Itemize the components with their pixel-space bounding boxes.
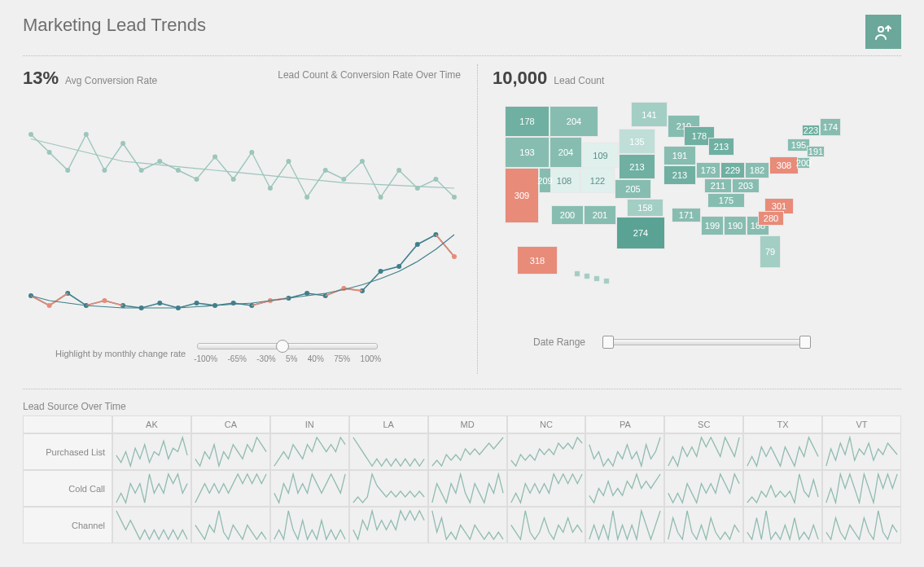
lead-map[interactable]: 1781933092042041091351412131082091222051… (501, 95, 851, 291)
sparkline-cell[interactable] (664, 433, 743, 470)
svg-line-50 (50, 293, 68, 305)
map-state[interactable]: 108 (548, 168, 580, 193)
sparkline-cell[interactable] (822, 507, 901, 543)
date-range-handle-end[interactable] (799, 336, 811, 349)
map-state[interactable]: 182 (745, 162, 769, 178)
map-state[interactable]: 141 (631, 102, 668, 127)
svg-point-2 (47, 150, 52, 155)
map-state[interactable]: 199 (701, 216, 724, 235)
map-state[interactable]: 309 (505, 168, 539, 223)
map-state[interactable]: 109 (582, 143, 619, 168)
svg-point-6 (120, 141, 125, 146)
sparkline-cell[interactable] (270, 433, 349, 470)
state-column-header: SC (664, 415, 743, 433)
sparkline-cell[interactable] (585, 433, 664, 470)
map-state[interactable]: 201 (584, 205, 616, 225)
sparkline-cell[interactable] (270, 507, 349, 543)
sparkline-cell[interactable] (664, 507, 743, 543)
svg-point-40 (304, 291, 309, 296)
sparkline-cell[interactable] (743, 507, 822, 543)
highlight-slider-handle[interactable] (276, 340, 289, 353)
highlight-slider[interactable] (197, 343, 378, 349)
sparkline-cell[interactable] (191, 433, 270, 470)
map-state[interactable]: 280 (758, 211, 784, 226)
map-state[interactable] (584, 273, 590, 279)
map-state[interactable]: 318 (517, 246, 558, 275)
map-state[interactable]: 173 (696, 162, 720, 178)
map-state[interactable]: 204 (550, 106, 598, 137)
svg-point-13 (249, 150, 254, 155)
sparkline-cell[interactable] (585, 470, 664, 507)
map-state[interactable]: 158 (627, 199, 663, 217)
map-state[interactable]: 209 (539, 168, 551, 193)
sparkline-cell[interactable] (349, 433, 428, 470)
sparkline-cell[interactable] (112, 470, 191, 507)
map-state[interactable]: 193 (505, 137, 550, 168)
map-state[interactable]: 205 (615, 179, 651, 199)
sparkline-cell[interactable] (507, 470, 586, 507)
sparkline-cell[interactable] (743, 470, 822, 507)
svg-line-49 (31, 296, 50, 305)
map-state[interactable]: 171 (672, 208, 701, 222)
svg-point-15 (287, 159, 291, 164)
svg-point-3 (65, 168, 70, 173)
map-state[interactable]: 274 (616, 217, 665, 249)
date-range-handle-start[interactable] (602, 336, 614, 349)
state-column-header: TX (743, 415, 822, 433)
map-state[interactable]: 200 (797, 157, 810, 169)
map-state[interactable]: 178 (505, 106, 550, 137)
map-state[interactable]: 174 (820, 118, 841, 136)
map-state[interactable]: 204 (550, 137, 582, 168)
sparkline-cell[interactable] (270, 470, 349, 507)
state-column-header: AK (112, 415, 191, 433)
sparkline-cell[interactable] (585, 507, 664, 543)
svg-point-23 (433, 177, 438, 182)
svg-point-32 (157, 301, 162, 305)
map-state[interactable]: 200 (551, 205, 584, 225)
sparkline-cell[interactable] (349, 507, 428, 543)
map-state[interactable]: 229 (720, 162, 745, 178)
highlight-slider-label: Highlight by monthly change rate (55, 349, 186, 358)
map-state[interactable]: 211 (704, 178, 732, 193)
svg-point-14 (268, 186, 273, 191)
map-state[interactable]: 223 (802, 125, 820, 136)
sparkline-cell[interactable] (428, 470, 507, 507)
map-state[interactable]: 213 (708, 138, 734, 156)
map-state[interactable]: 213 (619, 154, 655, 179)
map-state[interactable]: 191 (807, 146, 825, 157)
sparkline-cell[interactable] (112, 507, 191, 543)
map-state[interactable]: 203 (732, 178, 760, 193)
map-state[interactable]: 191 (663, 146, 696, 165)
svg-point-17 (323, 168, 328, 173)
sparkline-cell[interactable] (507, 433, 586, 470)
state-column-header: NC (507, 415, 586, 433)
sparkline-cell[interactable] (507, 507, 586, 543)
map-state[interactable] (574, 270, 580, 277)
highlight-tick: 5% (286, 354, 297, 363)
svg-point-10 (194, 177, 199, 182)
date-range-slider[interactable] (603, 339, 810, 345)
sparkline-cell[interactable] (191, 470, 270, 507)
sparkline-cell[interactable] (822, 470, 901, 507)
map-state[interactable]: 79 (760, 235, 781, 268)
sparkline-cell[interactable] (112, 433, 191, 470)
svg-point-16 (304, 195, 309, 200)
map-state[interactable]: 190 (724, 216, 747, 235)
sparkline-cell[interactable] (349, 470, 428, 507)
sparkline-cell[interactable] (428, 507, 507, 543)
sparkline-table: AKCAINLAMDNCPASCTXVTPurchased ListCold C… (23, 415, 901, 543)
leadcount-kpi-label: Lead Count (554, 75, 604, 86)
map-state[interactable]: 135 (619, 129, 655, 154)
map-state[interactable]: 175 (707, 193, 745, 208)
sparkline-cell[interactable] (664, 470, 743, 507)
map-state[interactable] (603, 278, 610, 284)
sparkline-cell[interactable] (743, 433, 822, 470)
sparkline-cell[interactable] (191, 507, 270, 543)
map-state[interactable]: 122 (580, 168, 615, 193)
sparkline-cell[interactable] (428, 433, 507, 470)
sparkline-cell[interactable] (822, 433, 901, 470)
map-state[interactable] (593, 275, 600, 282)
trend-line-chart[interactable] (23, 92, 462, 336)
map-state[interactable]: 213 (663, 165, 696, 185)
map-state[interactable]: 308 (769, 156, 799, 174)
